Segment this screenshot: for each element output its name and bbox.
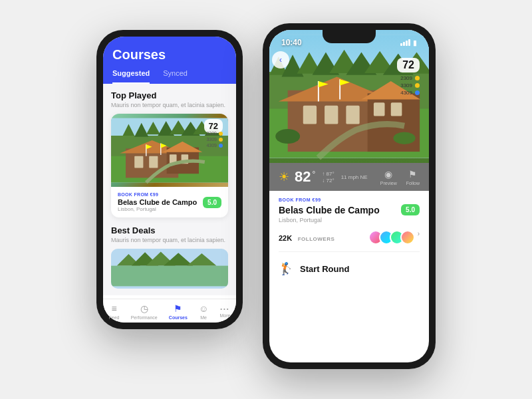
temp-low: ↓ 72° [322, 178, 334, 184]
wind-info: 11 mph NE [341, 174, 368, 180]
best-deals-card[interactable] [111, 249, 228, 289]
tab-synced[interactable]: Synced [163, 69, 188, 84]
svg-rect-50 [374, 102, 385, 116]
weather-row: ☀ 82 ° ↑ 87° ↓ 72° 11 mph NE ◉ Preview [269, 163, 429, 191]
nav-more-label: More [219, 313, 230, 318]
course-name: Belas Clube de Campo [118, 198, 197, 206]
nav-me-label: Me [200, 315, 207, 320]
course-location: Lisbon, Portugal [118, 206, 197, 212]
right-rating: 5.0 [401, 204, 420, 215]
weather-temp: 82 ° [295, 168, 315, 186]
temp-degree: ° [312, 170, 315, 179]
more-followers-icon: › [418, 230, 420, 245]
best-deals-illustration [111, 249, 228, 289]
hero-yardages: 2309 3309 4309 [400, 75, 420, 96]
tab-suggested[interactable]: Suggested [112, 69, 150, 84]
avatar-4 [400, 230, 415, 245]
follow-label: Follow [406, 181, 420, 186]
svg-rect-51 [391, 102, 402, 116]
preview-label: Preview [380, 181, 397, 186]
temp-main: 82 [295, 168, 311, 186]
svg-rect-24 [111, 266, 228, 287]
svg-point-56 [275, 129, 300, 144]
signal-bars [400, 39, 410, 46]
yardage-item-3: 4309 [206, 143, 223, 148]
card-body: BOOK FROM €99 Belas Clube de Campo Lisbo… [111, 187, 228, 217]
book-from-label: BOOK FROM €99 [118, 192, 197, 197]
right-location: Lisbon, Portugal [279, 217, 420, 223]
followers-count: 22K [279, 234, 292, 242]
yardage-dot-3 [219, 144, 223, 148]
yardage-item-1: 2309 [206, 131, 223, 136]
more-icon: ••• [220, 306, 229, 312]
best-deals-title: Best Deals [111, 225, 228, 235]
bar-2 [403, 42, 405, 46]
svg-rect-47 [303, 106, 317, 124]
bar-4 [408, 39, 410, 46]
status-icons: ▮ [400, 39, 417, 47]
right-name-row: Belas Clube de Campo 5.0 [279, 204, 420, 215]
page-title: Courses [112, 47, 227, 63]
right-card-body: BOOK FROM €99 Belas Clube de Campo 5.0 L… [269, 191, 429, 285]
follow-action[interactable]: ⚑ Follow [406, 169, 420, 186]
preview-action[interactable]: ◉ Preview [380, 169, 397, 186]
svg-rect-16 [149, 156, 158, 168]
card-info: BOOK FROM €99 Belas Clube de Campo Lisbo… [118, 192, 197, 212]
hero-yardage-1: 2309 [400, 75, 420, 81]
svg-rect-15 [134, 156, 143, 168]
nav-me[interactable]: ☺ Me [199, 303, 208, 320]
nav-more[interactable]: ••• More [219, 306, 230, 318]
right-book-from: BOOK FROM €99 [279, 198, 420, 202]
hero-dot-3 [415, 90, 420, 95]
left-phone: Courses Suggested Synced Top Played Maur… [96, 30, 243, 329]
start-round-text: Start Round [300, 264, 349, 274]
top-played-subtitle: Mauris non tempor quam, et lacinia sapie… [111, 102, 228, 108]
nav-feed[interactable]: ≡ Feed [109, 303, 120, 320]
nav-feed-label: Feed [109, 315, 120, 320]
follower-avatars: › [368, 230, 420, 245]
rating-badge: 5.0 [203, 197, 221, 208]
hero-score: 72 [397, 58, 420, 72]
hero-yardage-3: 4309 [400, 90, 420, 96]
bar-1 [400, 43, 402, 46]
me-icon: ☺ [199, 303, 208, 314]
svg-rect-48 [325, 106, 338, 124]
left-header: Courses Suggested Synced [103, 37, 236, 84]
courses-icon: ⚑ [174, 303, 182, 314]
top-played-card[interactable]: 72 2309 3309 4309 [111, 114, 228, 217]
nav-courses[interactable]: ⚑ Courses [169, 303, 188, 320]
yardage-list: 2309 3309 4309 [206, 131, 223, 148]
temp-range: ↑ 87° ↓ 72° [322, 171, 334, 184]
temp-high: ↑ 87° [322, 171, 334, 177]
followers-row: 22K FOLLOWERS › [279, 230, 420, 245]
best-deals-subtitle: Mauris non tempor quam, et lacinia sapie… [111, 237, 228, 243]
bottom-nav: ≡ Feed ◷ Performance ⚑ Courses ☺ Me ••• [103, 299, 236, 323]
top-played-title: Top Played [111, 90, 228, 100]
nav-performance-label: Performance [131, 315, 158, 320]
right-phone: 10:40 ▮ ‹ [263, 23, 436, 369]
start-round-row[interactable]: 🏌 Start Round [279, 259, 420, 279]
status-time: 10:40 [281, 38, 302, 47]
followers-label: FOLLOWERS [298, 236, 335, 242]
right-course-name: Belas Clube de Campo [279, 205, 380, 215]
back-button[interactable]: ‹ [272, 51, 289, 68]
left-body: Top Played Mauris non tempor quam, et la… [103, 84, 236, 295]
feed-icon: ≡ [111, 303, 116, 314]
svg-rect-49 [346, 106, 359, 124]
bar-3 [406, 41, 408, 46]
nav-performance[interactable]: ◷ Performance [131, 303, 158, 320]
performance-icon: ◷ [140, 303, 148, 314]
nav-courses-label: Courses [169, 315, 188, 320]
card-image: 72 2309 3309 4309 [111, 114, 228, 187]
tab-bar: Suggested Synced [112, 69, 227, 84]
hero-dot-1 [415, 76, 420, 80]
hero-dot-2 [415, 83, 420, 88]
svg-point-57 [393, 132, 415, 144]
weather-actions: ◉ Preview ⚑ Follow [380, 169, 420, 186]
follow-icon: ⚑ [408, 169, 417, 180]
hero-yardage-2: 3309 [400, 82, 420, 88]
followers-info: 22K FOLLOWERS [279, 231, 334, 243]
yardage-dot-2 [219, 138, 223, 142]
divider [279, 251, 420, 252]
golf-icon: 🏌 [279, 261, 293, 276]
